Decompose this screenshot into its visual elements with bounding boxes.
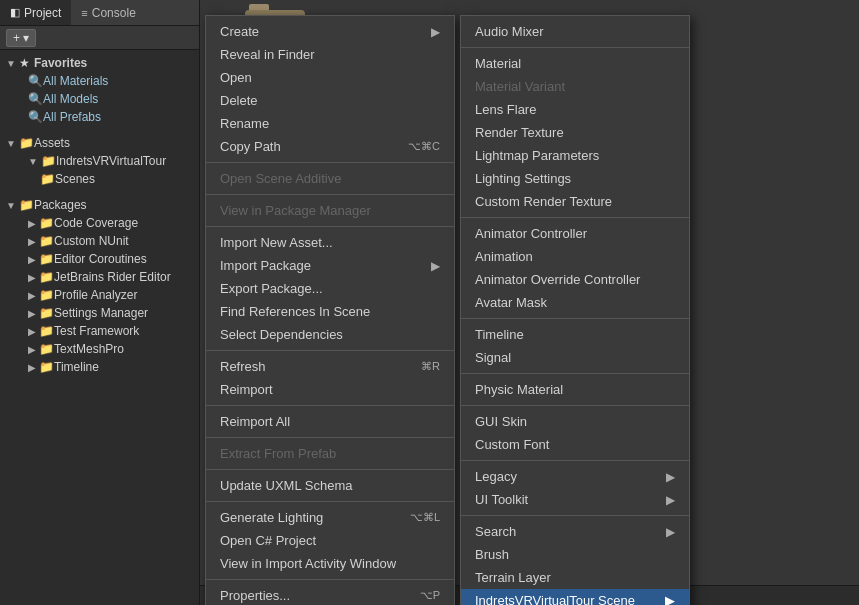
menu-animator-override[interactable]: Animator Override Controller — [461, 268, 689, 291]
menu-open[interactable]: Open — [206, 66, 454, 89]
menu-material[interactable]: Material — [461, 52, 689, 75]
rsep-2 — [461, 217, 689, 218]
menu-lens-flare[interactable]: Lens Flare — [461, 98, 689, 121]
vr-folder-icon: 📁 — [41, 154, 56, 168]
search-icon-models: 🔍 — [28, 92, 43, 106]
pkg-custom-nunit[interactable]: ▶ 📁 Custom NUnit — [0, 232, 199, 250]
menu-reimport[interactable]: Reimport — [206, 378, 454, 401]
tab-bar: ◧ Project ≡ Console — [0, 0, 199, 26]
pkg-folder-icon9: 📁 — [39, 360, 54, 374]
submenu-arrow: ▶ — [431, 25, 440, 39]
menu-search[interactable]: Search ▶ — [461, 520, 689, 543]
project-icon: ◧ — [10, 6, 20, 19]
search-arrow: ▶ — [666, 525, 675, 539]
scenes-item[interactable]: 📁 Scenes — [0, 170, 199, 188]
assets-vr-item[interactable]: ▼ 📁 IndretsVRVirtualTour — [0, 152, 199, 170]
menu-custom-font[interactable]: Custom Font — [461, 433, 689, 456]
menu-lightmap-params[interactable]: Lightmap Parameters — [461, 144, 689, 167]
search-icon-prefabs: 🔍 — [28, 110, 43, 124]
menu-refresh[interactable]: Refresh ⌘R — [206, 355, 454, 378]
menu-reimport-all[interactable]: Reimport All — [206, 410, 454, 433]
cursor-indicator: ▶ — [665, 593, 675, 605]
menu-import-package[interactable]: Import Package ▶ — [206, 254, 454, 277]
separator-7 — [206, 469, 454, 470]
menu-ui-toolkit[interactable]: UI Toolkit ▶ — [461, 488, 689, 511]
menu-lighting-settings[interactable]: Lighting Settings — [461, 167, 689, 190]
menu-gui-skin[interactable]: GUI Skin — [461, 410, 689, 433]
rsep-6 — [461, 460, 689, 461]
pkg-timeline[interactable]: ▶ 📁 Timeline — [0, 358, 199, 376]
menu-physic-material[interactable]: Physic Material — [461, 378, 689, 401]
menu-find-references[interactable]: Find References In Scene — [206, 300, 454, 323]
context-menu-right: Audio Mixer Material Material Variant Le… — [460, 15, 690, 605]
all-prefabs-item[interactable]: 🔍 All Prefabs — [0, 108, 199, 126]
pkg-code-coverage[interactable]: ▶ 📁 Code Coverage — [0, 214, 199, 232]
menu-timeline[interactable]: Timeline — [461, 323, 689, 346]
menu-open-csharp[interactable]: Open C# Project — [206, 529, 454, 552]
separator-9 — [206, 579, 454, 580]
menu-select-dependencies[interactable]: Select Dependencies — [206, 323, 454, 346]
menu-copy-path[interactable]: Copy Path ⌥⌘C — [206, 135, 454, 158]
separator-5 — [206, 405, 454, 406]
pkg-settings-manager[interactable]: ▶ 📁 Settings Manager — [0, 304, 199, 322]
pkg-jetbrains[interactable]: ▶ 📁 JetBrains Rider Editor — [0, 268, 199, 286]
vr-arrow: ▼ — [28, 156, 38, 167]
menu-rename[interactable]: Rename — [206, 112, 454, 135]
pkg-test-framework[interactable]: ▶ 📁 Test Framework — [0, 322, 199, 340]
add-button[interactable]: + ▾ — [6, 29, 36, 47]
menu-animation[interactable]: Animation — [461, 245, 689, 268]
menu-indrets-scene[interactable]: IndretsVRVirtualTour Scene ▶ — [461, 589, 689, 605]
favorites-arrow: ▼ — [6, 58, 16, 69]
menu-material-variant: Material Variant — [461, 75, 689, 98]
menu-audio-mixer[interactable]: Audio Mixer — [461, 20, 689, 43]
rsep-3 — [461, 318, 689, 319]
menu-render-texture[interactable]: Render Texture — [461, 121, 689, 144]
search-icon-materials: 🔍 — [28, 74, 43, 88]
pkg-folder-icon7: 📁 — [39, 324, 54, 338]
packages-folder-icon: 📁 — [19, 198, 34, 212]
assets-root[interactable]: ▼ 📁 Assets — [0, 134, 199, 152]
assets-arrow: ▼ — [6, 138, 16, 149]
toolbar: + ▾ — [0, 26, 199, 50]
menu-animator-controller[interactable]: Animator Controller — [461, 222, 689, 245]
separator-1 — [206, 162, 454, 163]
menu-export-package[interactable]: Export Package... — [206, 277, 454, 300]
all-materials-item[interactable]: 🔍 All Materials — [0, 72, 199, 90]
pkg-editor-coroutines[interactable]: ▶ 📁 Editor Coroutines — [0, 250, 199, 268]
menu-brush[interactable]: Brush — [461, 543, 689, 566]
menu-open-scene-additive: Open Scene Additive — [206, 167, 454, 190]
pkg-folder-icon: 📁 — [39, 216, 54, 230]
context-menu-left: Create ▶ Reveal in Finder Open Delete Re… — [205, 15, 455, 605]
menu-reveal[interactable]: Reveal in Finder — [206, 43, 454, 66]
menu-view-import-activity[interactable]: View in Import Activity Window — [206, 552, 454, 575]
packages-section: ▼ 📁 Packages ▶ 📁 Code Coverage ▶ 📁 Custo… — [0, 192, 199, 380]
menu-create[interactable]: Create ▶ — [206, 20, 454, 43]
legacy-arrow: ▶ — [666, 470, 675, 484]
menu-properties[interactable]: Properties... ⌥P — [206, 584, 454, 605]
menu-signal[interactable]: Signal — [461, 346, 689, 369]
tab-project[interactable]: ◧ Project — [0, 0, 71, 25]
pkg-folder-icon3: 📁 — [39, 252, 54, 266]
left-panel: ◧ Project ≡ Console + ▾ ▼ ★ Favorites 🔍 … — [0, 0, 200, 605]
all-models-item[interactable]: 🔍 All Models — [0, 90, 199, 108]
pkg-folder-icon4: 📁 — [39, 270, 54, 284]
favorites-header[interactable]: ▼ ★ Favorites — [0, 54, 199, 72]
menu-import-new-asset[interactable]: Import New Asset... — [206, 231, 454, 254]
menu-update-uxml[interactable]: Update UXML Schema — [206, 474, 454, 497]
menu-terrain-layer[interactable]: Terrain Layer — [461, 566, 689, 589]
menu-avatar-mask[interactable]: Avatar Mask — [461, 291, 689, 314]
pkg-profile-analyzer[interactable]: ▶ 📁 Profile Analyzer — [0, 286, 199, 304]
packages-root[interactable]: ▼ 📁 Packages — [0, 196, 199, 214]
menu-custom-render-texture[interactable]: Custom Render Texture — [461, 190, 689, 213]
pkg-folder-icon6: 📁 — [39, 306, 54, 320]
pkg-textmeshpro[interactable]: ▶ 📁 TextMeshPro — [0, 340, 199, 358]
menu-legacy[interactable]: Legacy ▶ — [461, 465, 689, 488]
assets-section: ▼ 📁 Assets ▼ 📁 IndretsVRVirtualTour 📁 Sc… — [0, 130, 199, 192]
separator-4 — [206, 350, 454, 351]
tab-console[interactable]: ≡ Console — [71, 0, 145, 25]
packages-arrow: ▼ — [6, 200, 16, 211]
import-pkg-arrow: ▶ — [431, 259, 440, 273]
menu-generate-lighting[interactable]: Generate Lighting ⌥⌘L — [206, 506, 454, 529]
pkg-folder-icon8: 📁 — [39, 342, 54, 356]
menu-delete[interactable]: Delete — [206, 89, 454, 112]
